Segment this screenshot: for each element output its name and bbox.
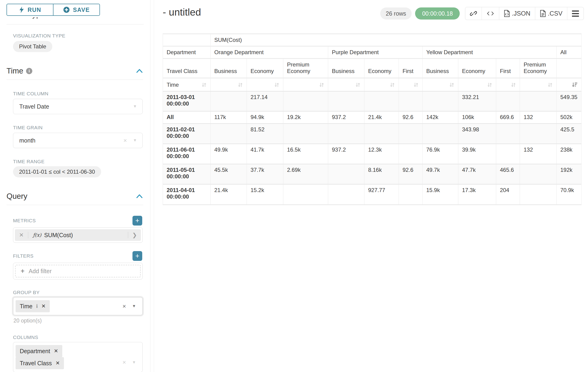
time-column-select[interactable]: Travel Date ▼ [13,99,143,114]
caret-down-icon[interactable]: ▼ [132,304,136,308]
pivot-col-leaf-header: Economy [247,59,283,78]
more-options-button[interactable] [567,7,584,20]
pivot-cell [520,91,557,111]
pivot-sort-header[interactable] [422,78,458,91]
plus-icon: + [135,217,139,225]
pivot-cell: 19.2k [283,111,328,124]
pivot-col-group-header: Purple Department [328,46,422,59]
sort-icon[interactable] [201,82,207,88]
sort-icon[interactable] [510,82,516,88]
chevron-up-icon[interactable] [136,194,143,199]
time-section-header[interactable]: Time i [7,66,143,75]
group-by-tag-time[interactable]: Time i ✕ [16,300,50,312]
sort-icon[interactable] [487,82,493,88]
section-divider [7,24,144,24]
lightning-icon [19,7,24,13]
pivot-sort-header[interactable] [399,78,422,91]
table-row: 2011-04-01 00:00:0021.4k15.2k927.7715.9k… [163,184,581,205]
pivot-col-group-header: Orange Department [210,46,328,59]
pivot-sort-header[interactable] [247,78,283,91]
remove-metric-icon[interactable]: ✕ [15,232,28,238]
query-section-title: Query [7,192,27,201]
clear-icon[interactable]: × [123,303,126,310]
pivot-cell [422,124,458,144]
remove-tag-icon[interactable]: ✕ [41,303,46,309]
pivot-cell [399,144,422,164]
pivot-sort-header[interactable] [210,78,247,91]
row-count-badge: 26 rows [380,7,412,20]
query-section-header[interactable]: Query [7,192,143,201]
pivot-cell: 937.2 [328,111,364,124]
columns-tag-travel-class[interactable]: Travel Class ✕ [16,357,64,369]
pivot-col-group-header: Yellow Department [422,46,557,59]
pivot-col-leaf-header: Business [422,59,458,78]
pivot-corner-cell [163,34,210,46]
sort-icon[interactable] [413,82,419,88]
pivot-cell [328,124,364,144]
time-range-label: TIME RANGE [13,159,143,164]
expand-metric-icon[interactable]: ❯ [128,232,141,238]
metric-chip[interactable]: ✕ ƒ(x) SUM(Cost) ❯ [15,229,141,241]
pivot-cell: 132 [520,144,557,164]
pivot-sort-header[interactable] [283,78,328,91]
pivot-cell [210,91,247,111]
pivot-cell: 81.52 [247,124,283,144]
filters-field: + Add filter [13,263,143,279]
caret-down-icon[interactable]: ▼ [133,104,137,109]
caret-down-icon[interactable]: ▼ [133,138,137,143]
pivot-col-leaf-header: Economy [364,59,399,78]
pivot-cell: 39.9k [458,144,496,164]
sort-icon[interactable] [355,82,361,88]
pivot-cell: 15.9k [422,184,458,205]
pivot-sort-header[interactable] [496,78,520,91]
chevron-up-icon[interactable] [136,68,143,74]
remove-tag-icon[interactable]: ✕ [55,360,60,366]
pivot-cell: 8.16k [364,164,399,184]
remove-tag-icon[interactable]: ✕ [54,348,58,354]
add-filter-button[interactable]: + [133,251,142,261]
add-filter-dropzone[interactable]: + Add filter [15,265,141,277]
time-range-pill[interactable]: 2011-01-01 ≤ col < 2011-06-30 [13,166,101,177]
export-json-button[interactable]: .JSON [499,7,535,20]
columns-tag-department[interactable]: Department ✕ [16,345,62,357]
save-button[interactable]: SAVE [53,4,100,16]
tag-label: Department [20,348,50,355]
run-button[interactable]: RUN [7,4,53,16]
pivot-sort-header[interactable] [364,78,399,91]
view-query-button[interactable] [482,7,499,20]
caret-down-icon[interactable]: ▼ [132,360,136,365]
sort-icon[interactable] [449,82,455,88]
share-link-button[interactable] [465,7,482,20]
group-by-select[interactable]: Time i ✕ × ▼ [13,297,143,315]
pivot-cell: 217.14 [247,91,283,111]
columns-select[interactable]: Department ✕ Travel Class ✕ × ▼ [13,342,143,372]
pivot-sort-header[interactable] [458,78,496,91]
clear-icon[interactable]: × [123,137,127,144]
sort-desc-icon[interactable] [571,82,578,88]
time-grain-value: month [19,137,35,144]
pivot-col-leaf-header: Premium Economy [520,59,557,78]
pivot-sort-header[interactable] [557,78,581,91]
pivot-cell [364,91,399,111]
pivot-sort-header[interactable] [520,78,557,91]
pivot-time-sort-header[interactable]: Time [163,78,210,91]
sort-icon[interactable] [547,82,553,88]
time-grain-label: TIME GRAIN [13,125,143,130]
sort-icon[interactable] [274,82,280,88]
sort-icon[interactable] [237,82,243,88]
add-metric-button[interactable]: + [133,216,142,225]
pivot-cell: 12.3k [364,144,399,164]
plus-icon: + [21,267,24,275]
chart-header-actions: 26 rows 00:00:00.18 [380,7,584,20]
sort-icon[interactable] [389,82,395,88]
visualization-type-pill[interactable]: Pivot Table [13,41,52,52]
sort-icon[interactable] [319,82,325,88]
pivot-cell: 549.35 [557,91,581,111]
pivot-cell: 192k [557,164,581,184]
export-csv-button[interactable]: .CSV [535,7,567,20]
pivot-cell: 2.69k [283,164,328,184]
pivot-sort-header[interactable] [328,78,364,91]
chart-title[interactable]: - untitled [163,7,201,18]
time-grain-select[interactable]: month × ▼ [13,133,143,148]
clear-icon[interactable]: × [123,359,126,366]
